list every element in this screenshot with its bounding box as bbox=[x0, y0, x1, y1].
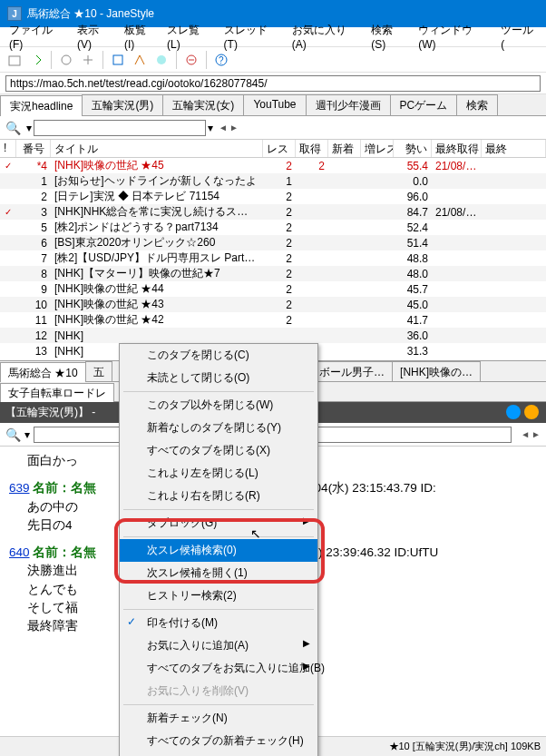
table-row[interactable]: 1[お知らせ]ヘッドラインが新しくなったよ10.0 bbox=[0, 173, 546, 189]
table-row[interactable]: ✓3[NHK]NHK総合を常に実況し続けるス…284.721/08/0… bbox=[0, 204, 546, 220]
toolbar-btn-4[interactable] bbox=[79, 51, 97, 69]
col-new[interactable]: 新着 bbox=[328, 140, 361, 157]
search-input[interactable] bbox=[34, 120, 206, 136]
tab-joshi[interactable]: 女子自転車ロードレ bbox=[0, 383, 114, 402]
ctx-next-search[interactable]: 次スレ候補検索(0) bbox=[120, 539, 317, 562]
ctx-mark[interactable]: ✓印を付ける(M) bbox=[120, 612, 317, 634]
toolbar-btn-help[interactable]: ? bbox=[212, 51, 230, 69]
ctx-close-right[interactable]: これより右を閉じる(R) bbox=[120, 485, 317, 507]
cursor-icon: ↖ bbox=[250, 526, 261, 541]
toolbar-btn-1[interactable] bbox=[5, 51, 24, 69]
col-res[interactable]: レス bbox=[263, 140, 296, 157]
table-row[interactable]: 7[株2]【USD/JPY】ドル円専用スレ Part…248.8 bbox=[0, 250, 546, 266]
svg-rect-0 bbox=[9, 56, 20, 65]
tab-eizo[interactable]: [NHK]映像の… bbox=[392, 361, 481, 381]
thread-nav-left[interactable]: ◄ bbox=[521, 429, 530, 439]
svg-text:?: ? bbox=[219, 55, 224, 65]
toolbar-btn-2[interactable] bbox=[27, 51, 45, 69]
ctx-abort: 中止(S) bbox=[120, 752, 317, 756]
window-title: 馬術総合 ★10 - JaneStyle bbox=[27, 6, 154, 22]
tab-gorin-f[interactable]: 五輪実況(女) bbox=[162, 94, 244, 115]
svg-rect-2 bbox=[113, 55, 122, 64]
menu-window[interactable]: ウィンドウ(W) bbox=[413, 21, 495, 53]
thread-search-icon[interactable]: 🔍 bbox=[5, 427, 21, 442]
toolbar-btn-6[interactable] bbox=[131, 51, 149, 69]
menu-search[interactable]: 検索(S) bbox=[366, 21, 413, 53]
thread-nav-right[interactable]: ► bbox=[531, 429, 541, 439]
menu-board[interactable]: 板覧(I) bbox=[119, 21, 161, 53]
thread-list[interactable]: ✓*4[NHK]映像の世紀 ★452255.421/08/0…1[お知らせ]ヘッ… bbox=[0, 158, 546, 358]
table-row[interactable]: 12[NHK]36.0 bbox=[0, 328, 546, 343]
table-row[interactable]: 6[BS]東京2020オリンピック☆260251.4 bbox=[0, 235, 546, 250]
table-row[interactable]: 10[NHK]映像の世紀 ★43245.0 bbox=[0, 297, 546, 312]
tab-pc[interactable]: PCゲーム bbox=[390, 94, 458, 115]
post-name: 名前：名無 bbox=[33, 545, 96, 559]
post-number[interactable]: 639 bbox=[9, 481, 30, 495]
menu-thread[interactable]: スレッド(T) bbox=[219, 21, 287, 53]
col-zou[interactable]: 増レス bbox=[361, 140, 394, 157]
col-ikioi[interactable]: 勢い bbox=[394, 140, 432, 157]
svg-point-1 bbox=[62, 55, 71, 64]
menu-file[interactable]: ファイル(F) bbox=[4, 21, 72, 53]
menu-threadlist[interactable]: スレ覧(L) bbox=[161, 21, 218, 53]
ctx-new-check-all[interactable]: すべてのタブの新着チェック(H) bbox=[120, 730, 317, 752]
menu-bar: ファイル(F) 表示(V) 板覧(I) スレ覧(L) スレッド(T) お気に入り… bbox=[0, 27, 546, 47]
ctx-close-left[interactable]: これより左を閉じる(L) bbox=[120, 462, 317, 485]
table-row[interactable]: 5[株2]ポンドはどうする？part7134252.4 bbox=[0, 220, 546, 235]
post-number[interactable]: 640 bbox=[9, 545, 30, 559]
filter-icon-2[interactable] bbox=[524, 405, 539, 419]
tab-youtube[interactable]: YouTube bbox=[243, 94, 306, 115]
ctx-tablock[interactable]: タブロック(G)▶ bbox=[120, 512, 317, 535]
ctx-close-unread[interactable]: 未読として閉じる(O) bbox=[120, 367, 317, 389]
ctx-del-fav: お気に入りを削除(V) bbox=[120, 680, 317, 702]
table-row[interactable]: 9[NHK]映像の世紀 ★44245.7 bbox=[0, 281, 546, 297]
toolbar-btn-7[interactable] bbox=[152, 51, 171, 69]
menu-view[interactable]: 表示(V) bbox=[72, 21, 119, 53]
url-input[interactable] bbox=[5, 75, 541, 92]
toolbar-btn-5[interactable] bbox=[109, 51, 127, 69]
tab-gorin-m[interactable]: 五輪実況(男) bbox=[82, 94, 163, 115]
col-mark[interactable]: ! bbox=[0, 140, 16, 157]
tab-bajutsu[interactable]: 馬術総合 ★10 bbox=[0, 362, 86, 382]
ctx-add-all-fav[interactable]: すべてのタブをお気に入りに追加(B)▶ bbox=[120, 657, 317, 680]
tab-gorin-partial[interactable]: 五 bbox=[85, 361, 112, 381]
ctx-close-tab[interactable]: このタブを閉じる(C) bbox=[120, 344, 317, 367]
grid-header: ! 番号 タイトル レス 取得 新着 増レス 勢い 最終取得 最終 bbox=[0, 140, 546, 158]
table-row[interactable]: 11[NHK]映像の世紀 ★42241.7 bbox=[0, 312, 546, 328]
col-title[interactable]: タイトル bbox=[51, 140, 263, 157]
toolbar-btn-8[interactable] bbox=[182, 51, 200, 69]
post-name: 名前：名無 bbox=[33, 481, 96, 495]
board-tabs: 実況headline 五輪実況(男) 五輪実況(女) YouTube 週刊少年漫… bbox=[0, 94, 546, 116]
status-right: ★10 [五輪実況(男)/実況ch] 109KB bbox=[389, 740, 541, 753]
svg-point-3 bbox=[157, 55, 166, 64]
search-icon[interactable]: 🔍 bbox=[5, 121, 21, 135]
ctx-close-others[interactable]: このタブ以外を閉じる(W) bbox=[120, 394, 317, 417]
table-row[interactable]: 8[NHK]【マターリ】映像の世紀★7248.0 bbox=[0, 266, 546, 281]
table-row[interactable]: 2[日テレ]実況 ◆ 日本テレビ 71154296.0 bbox=[0, 189, 546, 204]
filter-icon-1[interactable] bbox=[506, 405, 521, 419]
ctx-history[interactable]: ヒストリー検索(2) bbox=[120, 584, 317, 607]
ctx-add-fav[interactable]: お気に入りに追加(A)▶ bbox=[120, 634, 317, 657]
nav-left-icon[interactable]: ◄ bbox=[219, 123, 228, 133]
ctx-next-open[interactable]: 次スレ候補を開く(1) bbox=[120, 562, 317, 584]
app-icon: J bbox=[7, 6, 22, 21]
col-get[interactable]: 取得 bbox=[296, 140, 328, 157]
context-menu: このタブを閉じる(C) 未読として閉じる(O) このタブ以外を閉じる(W) 新着… bbox=[119, 343, 318, 756]
tab-shonen[interactable]: 週刊少年漫画 bbox=[306, 94, 391, 115]
ctx-close-nonew[interactable]: 新着なしのタブを閉じる(Y) bbox=[120, 417, 317, 439]
col-no[interactable]: 番号 bbox=[16, 140, 51, 157]
toolbar-btn-3[interactable] bbox=[57, 51, 75, 69]
table-row[interactable]: ✓*4[NHK]映像の世紀 ★452255.421/08/0… bbox=[0, 158, 546, 173]
menu-fav[interactable]: お気に入り(A) bbox=[287, 21, 366, 53]
ctx-new-check[interactable]: 新着チェック(N) bbox=[120, 707, 317, 730]
col-extra[interactable]: 最終 bbox=[482, 140, 546, 157]
ctx-close-all[interactable]: すべてのタブを閉じる(X) bbox=[120, 439, 317, 462]
nav-right-icon[interactable]: ► bbox=[229, 123, 239, 133]
tab-search[interactable]: 検索 bbox=[456, 94, 498, 115]
menu-tool[interactable]: ツール( bbox=[495, 21, 542, 53]
tab-jikkyou[interactable]: 実況headline bbox=[0, 95, 83, 116]
col-last[interactable]: 最終取得 bbox=[432, 140, 482, 157]
thread-header: 【五輪実況(男)】 - bbox=[5, 405, 95, 420]
